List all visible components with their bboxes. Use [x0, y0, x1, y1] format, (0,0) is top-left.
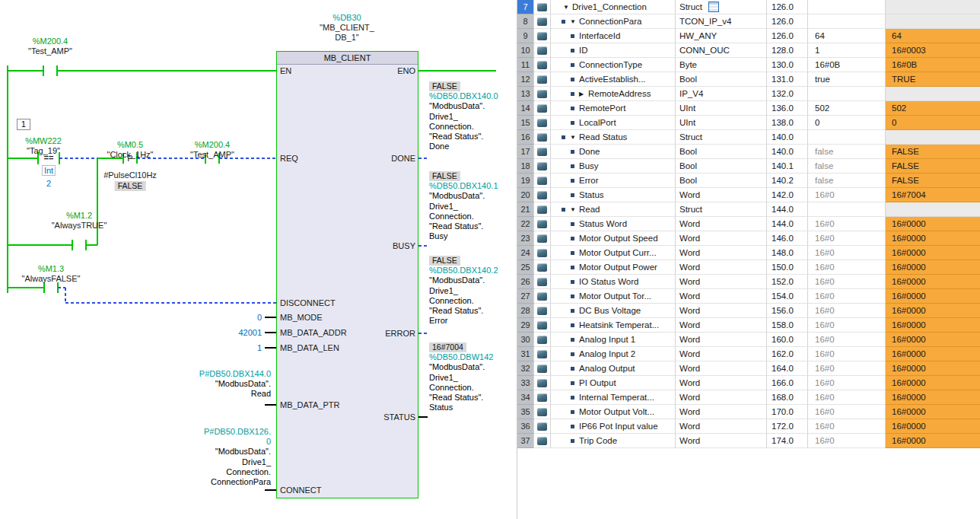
name-cell[interactable]: ▼ConnectionPara	[551, 14, 676, 29]
start-value-cell[interactable]	[808, 14, 886, 29]
pin-label-mb-data-ptr[interactable]: MB_DATA_PTR	[280, 400, 339, 409]
name-cell[interactable]: Done	[551, 145, 676, 159]
operand-line[interactable]: "Read Status".	[429, 393, 493, 403]
operand-name[interactable]: "AlwaysFALSE"	[22, 274, 81, 283]
start-value-cell[interactable]: 16#0	[808, 361, 886, 376]
start-value-cell[interactable]: 0	[808, 116, 886, 130]
name-cell[interactable]: PI Output	[551, 376, 676, 390]
pin-label-done[interactable]: DONE	[391, 154, 415, 163]
row-number[interactable]: 31	[517, 347, 534, 361]
start-value-cell[interactable]: 16#0	[808, 347, 886, 361]
name-cell[interactable]: Status Word	[551, 217, 676, 231]
detail-view-icon[interactable]	[708, 2, 719, 12]
name-cell[interactable]: RemotePort	[551, 101, 676, 116]
name-cell[interactable]: IO Status Word	[551, 275, 676, 289]
row-number[interactable]: 17	[517, 145, 534, 159]
operand-line[interactable]: "ModbusData".	[429, 362, 493, 372]
operand-line[interactable]: "ModbusData".	[429, 275, 498, 285]
type-cell[interactable]: Bool	[676, 145, 767, 159]
operand-line[interactable]: Connection.	[429, 122, 498, 132]
operand-line[interactable]: "Read Status".	[429, 132, 498, 142]
row-number[interactable]: 30	[517, 333, 534, 347]
row-number[interactable]: 37	[517, 434, 534, 448]
pin-label-disconnect[interactable]: DISCONNECT	[280, 298, 336, 307]
start-value-cell[interactable]: 502	[808, 101, 886, 116]
name-cell[interactable]: LocalPort	[551, 116, 676, 130]
operand-line[interactable]: Connection.	[429, 296, 498, 306]
type-cell[interactable]: Word	[676, 347, 767, 361]
pin-label-req[interactable]: REQ	[280, 154, 298, 163]
type-cell[interactable]: UInt	[676, 116, 767, 130]
operand-line[interactable]: Error	[429, 316, 498, 326]
operand-address[interactable]: %DB50.DBW142	[429, 352, 493, 362]
operand-address[interactable]: %DB50.DBX140.0	[429, 91, 498, 101]
compare-datatype[interactable]: Int	[42, 165, 56, 176]
name-cell[interactable]: Motor Output Tor...	[551, 289, 676, 304]
operand-line[interactable]: "ModbusData".	[429, 101, 498, 111]
operand-address[interactable]: %DB50.DBX140.1	[429, 181, 498, 191]
output-annotation-done[interactable]: FALSE%DB50.DBX140.0"ModbusData".Drive1_C…	[429, 81, 498, 151]
operand-line[interactable]: 0	[204, 437, 271, 447]
type-cell[interactable]: TCON_IP_v4	[676, 14, 767, 29]
start-value-cell[interactable]: 64	[808, 29, 886, 43]
row-number[interactable]: 36	[517, 419, 534, 434]
name-cell[interactable]: ConnectionType	[551, 58, 676, 72]
start-value-cell[interactable]: 16#0	[808, 376, 886, 390]
name-cell[interactable]: ActiveEstablish...	[551, 72, 676, 87]
row-number[interactable]: 21	[517, 202, 534, 217]
type-cell[interactable]: Bool	[676, 174, 767, 188]
output-annotation-status[interactable]: 16#7004%DB50.DBW142"ModbusData".Drive1_C…	[429, 342, 493, 412]
row-number[interactable]: 16	[517, 130, 534, 145]
name-cell[interactable]: Motor Output Volt...	[551, 405, 676, 419]
row-number[interactable]: 27	[517, 289, 534, 304]
type-cell[interactable]: IP_V4	[676, 87, 767, 101]
type-cell[interactable]: Word	[676, 376, 767, 390]
type-cell[interactable]: Bool	[676, 72, 767, 87]
type-cell[interactable]: Word	[676, 231, 767, 246]
row-number[interactable]: 35	[517, 405, 534, 419]
operand-line[interactable]: Drive1_	[204, 457, 271, 467]
name-cell[interactable]: InterfaceId	[551, 29, 676, 43]
type-cell[interactable]: Bool	[676, 159, 767, 174]
pin-label-mb-data-addr[interactable]: MB_DATA_ADDR	[280, 328, 347, 337]
operand-line[interactable]: Read	[199, 389, 271, 399]
type-cell[interactable]: Byte	[676, 58, 767, 72]
operand-line[interactable]: P#DB50.DBX144.0	[199, 369, 271, 379]
operand-line[interactable]: "ModbusData".	[204, 447, 271, 457]
type-cell[interactable]: Word	[676, 390, 767, 405]
start-value-cell[interactable]: 1	[808, 43, 886, 58]
type-cell[interactable]: Word	[676, 419, 767, 434]
name-cell[interactable]: Status	[551, 188, 676, 202]
start-value-cell[interactable]	[808, 0, 886, 14]
name-cell[interactable]: Analog Output	[551, 361, 676, 376]
row-number[interactable]: 8	[517, 14, 534, 29]
operand-line[interactable]: "Read Status".	[429, 221, 498, 231]
operand-line[interactable]: Status	[429, 403, 493, 412]
operand-address[interactable]: %DB50.DBX140.2	[429, 266, 498, 275]
row-number[interactable]: 28	[517, 304, 534, 318]
mb-data-ptr-operand[interactable]: P#DB50.DBX144.0"ModbusData".Read	[199, 369, 271, 400]
start-value-cell[interactable]: true	[808, 72, 886, 87]
mb-client-block[interactable]: MB_CLIENT	[276, 51, 418, 498]
operand-line[interactable]: "Read Status".	[429, 306, 498, 316]
operand-address[interactable]: %MW222	[25, 136, 62, 145]
operand-name[interactable]: "Test_AMP"	[190, 150, 234, 159]
compare-operand-value[interactable]: 2	[46, 179, 51, 188]
name-cell[interactable]: Heatsink Temperat...	[551, 318, 676, 333]
pin-label-mb-mode[interactable]: MB_MODE	[280, 313, 323, 322]
row-number[interactable]: 13	[517, 87, 534, 101]
operand-line[interactable]: "ModbusData".	[429, 191, 498, 201]
operand-address[interactable]: %M1.2	[66, 211, 92, 220]
edge-memory-tag[interactable]: #PulseCl10Hz	[103, 170, 157, 180]
operand-line[interactable]: ConnectionPara	[204, 477, 271, 487]
type-cell[interactable]: Word	[676, 405, 767, 419]
name-cell[interactable]: Analog Input 2	[551, 347, 676, 361]
name-cell[interactable]: ▶RemoteAddress	[551, 87, 676, 101]
row-number[interactable]: 33	[517, 376, 534, 390]
type-cell[interactable]: Word	[676, 217, 767, 231]
operand-line[interactable]: P#DB50.DBX126.	[204, 427, 271, 437]
mb-data-addr-value[interactable]: 42001	[238, 328, 262, 337]
pin-label-mb-data-len[interactable]: MB_DATA_LEN	[280, 343, 339, 352]
type-cell[interactable]: Word	[676, 434, 767, 448]
chevron-down-icon[interactable]: ▼	[570, 134, 579, 141]
